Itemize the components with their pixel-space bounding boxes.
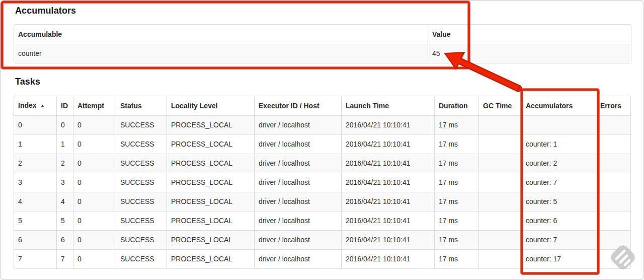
id-cell: 7 [56,249,73,268]
id-cell: 3 [56,173,73,192]
errors-cell [596,134,630,154]
attempt-cell: 0 [73,249,116,268]
executor-cell: driver / localhost [254,249,341,268]
task-row: 0 0 0 SUCCESS PROCESS_LOCAL driver / loc… [14,115,630,134]
column-header-duration[interactable]: Duration [434,96,478,115]
errors-cell [596,173,630,192]
attempt-cell: 0 [73,230,116,249]
duration-cell: 17 ms [434,154,478,173]
duration-cell: 17 ms [434,230,478,249]
attempt-cell: 0 [73,154,116,173]
launch-time-cell: 2016/04/21 10:10:41 [341,154,434,173]
gc-time-cell [478,211,521,230]
gc-time-cell [478,230,521,249]
column-header-id[interactable]: ID [56,96,73,115]
duration-cell: 17 ms [434,134,478,154]
launch-time-cell: 2016/04/21 10:10:41 [341,115,434,134]
status-cell: SUCCESS [116,115,167,134]
executor-cell: driver / localhost [254,230,341,249]
executor-cell: driver / localhost [254,134,341,154]
tasks-table-header-row: Index▲ ID Attempt Status Locality Level … [14,96,630,115]
attempt-cell: 0 [73,115,116,134]
task-row: 5 5 0 SUCCESS PROCESS_LOCAL driver / loc… [14,211,630,230]
accumulators-cell: counter: 7 [521,173,596,192]
launch-time-cell: 2016/04/21 10:10:41 [341,230,434,249]
column-header-accumulators[interactable]: Accumulators [521,96,596,115]
errors-cell [596,192,630,211]
accumulator-row: counter 45 [14,44,631,63]
id-cell: 5 [56,211,73,230]
index-cell: 5 [14,211,56,230]
index-cell: 2 [14,154,56,173]
attempt-cell: 0 [73,134,116,154]
status-cell: SUCCESS [116,154,167,173]
index-cell: 1 [14,134,56,154]
locality-cell: PROCESS_LOCAL [167,230,254,249]
tasks-table: Index▲ ID Attempt Status Locality Level … [14,96,631,269]
task-row: 2 2 0 SUCCESS PROCESS_LOCAL driver / loc… [14,154,630,173]
index-cell: 4 [14,192,56,211]
status-cell: SUCCESS [116,249,167,268]
duration-cell: 17 ms [434,192,478,211]
gc-time-cell [478,134,521,154]
errors-cell [596,230,630,249]
accumulable-name-cell: counter [14,44,428,63]
executor-cell: driver / localhost [254,192,341,211]
index-cell: 0 [14,115,56,134]
index-cell: 7 [14,249,56,268]
annotation-arrow-tail [516,86,522,92]
accumulators-section-heading: Accumulators [15,6,76,16]
launch-time-cell: 2016/04/21 10:10:41 [341,211,434,230]
duration-cell: 17 ms [434,249,478,268]
id-cell: 2 [56,154,73,173]
launch-time-cell: 2016/04/21 10:10:41 [341,173,434,192]
accumulators-table: Accumulable Value counter 45 [14,24,631,63]
index-cell: 6 [14,230,56,249]
errors-cell [596,211,630,230]
task-row: 1 1 0 SUCCESS PROCESS_LOCAL driver / loc… [14,134,630,154]
column-header-attempt[interactable]: Attempt [73,96,116,115]
accumulators-cell: counter: 6 [521,211,596,230]
accumulators-cell: counter: 2 [521,154,596,173]
id-cell: 0 [56,115,73,134]
column-header-gc-time[interactable]: GC Time [478,96,521,115]
gc-time-cell [478,115,521,134]
duration-cell: 17 ms [434,211,478,230]
tasks-section-heading: Tasks [15,77,40,87]
gc-time-cell [478,154,521,173]
column-header-executor-id-host[interactable]: Executor ID / Host [254,96,341,115]
accumulators-table-header-row: Accumulable Value [14,25,631,44]
errors-cell [596,115,630,134]
accumulators-cell: counter: 1 [521,134,596,154]
sort-ascending-icon: ▲ [40,103,45,108]
column-header-status[interactable]: Status [116,96,167,115]
index-header-label: Index [18,101,37,109]
column-header-locality-level[interactable]: Locality Level [167,96,254,115]
attempt-cell: 0 [73,192,116,211]
column-header-value[interactable]: Value [428,25,631,44]
task-row: 4 4 0 SUCCESS PROCESS_LOCAL driver / loc… [14,192,630,211]
gc-time-cell [478,192,521,211]
id-cell: 6 [56,230,73,249]
executor-cell: driver / localhost [254,173,341,192]
gc-time-cell [478,249,521,268]
column-header-index[interactable]: Index▲ [14,96,56,115]
column-header-accumulable[interactable]: Accumulable [14,25,428,44]
launch-time-cell: 2016/04/21 10:10:41 [341,192,434,211]
duration-cell: 17 ms [434,115,478,134]
task-row: 3 3 0 SUCCESS PROCESS_LOCAL driver / loc… [14,173,630,192]
launch-time-cell: 2016/04/21 10:10:41 [341,249,434,268]
locality-cell: PROCESS_LOCAL [167,211,254,230]
executor-cell: driver / localhost [254,154,341,173]
accumulators-cell [521,115,596,134]
accumulators-cell: counter: 5 [521,192,596,211]
column-header-launch-time[interactable]: Launch Time [341,96,434,115]
column-header-errors[interactable]: Errors [596,96,630,115]
launch-time-cell: 2016/04/21 10:10:41 [341,134,434,154]
id-cell: 4 [56,192,73,211]
locality-cell: PROCESS_LOCAL [167,115,254,134]
status-cell: SUCCESS [116,134,167,154]
gc-time-cell [478,173,521,192]
attempt-cell: 0 [73,211,116,230]
task-row: 7 7 0 SUCCESS PROCESS_LOCAL driver / loc… [14,249,630,268]
